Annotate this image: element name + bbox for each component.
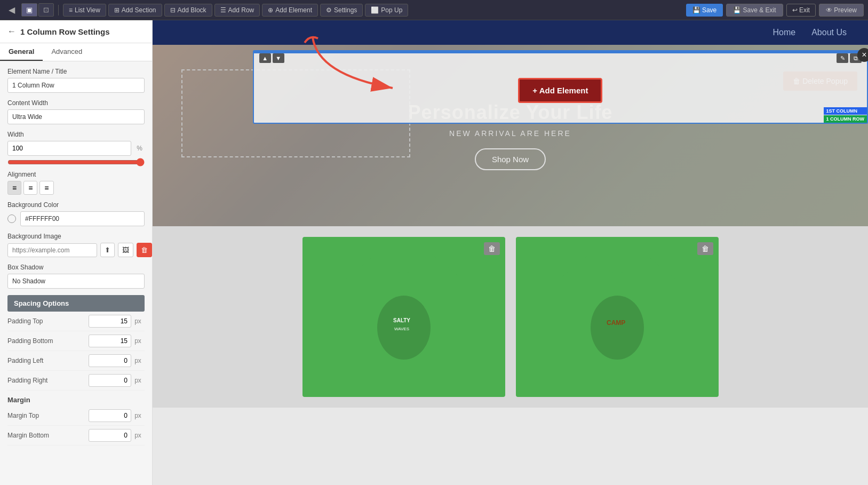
popup-move-controls: ▲ ▼ [259,53,284,63]
sidebar: ← 1 Column Row Settings General Advanced… [0,20,153,485]
add-section-icon: ⊞ [114,6,120,14]
popup-edit-button[interactable]: ✎ [837,53,848,63]
align-center-button[interactable]: ≡ [23,181,37,195]
align-left-button[interactable]: ≡ [7,181,21,195]
width-row: % [7,141,145,156]
padding-left-unit: px [131,357,145,364]
move-down-button[interactable]: ▼ [273,53,284,63]
svg-text:CAMP: CAMP [607,319,625,327]
product-1-delete-button[interactable]: 🗑 [484,242,500,255]
tab-general[interactable]: General [0,43,43,61]
list-view-button[interactable]: ≡ List View [63,4,106,17]
product-card-2: 🗑 CAMP [516,237,719,397]
preview-button[interactable]: 👁 Preview [819,4,864,17]
alignment-buttons: ≡ ≡ ≡ [7,181,145,195]
desktop-icon[interactable]: ▣ [21,3,37,17]
product-2-delete-button[interactable]: 🗑 [697,242,713,255]
width-slider[interactable] [7,158,145,166]
settings-button[interactable]: ⚙ Settings [320,4,363,17]
sidebar-back-button[interactable]: ← [7,27,16,36]
page-nav: Home About Us [153,20,868,45]
color-field-row [7,211,145,226]
svg-text:SALTY: SALTY [393,317,410,323]
shop-now-button[interactable]: Shop Now [475,148,546,170]
add-row-icon: ☰ [220,6,226,14]
padding-top-unit: px [131,317,145,325]
content-width-label: Content Width [7,99,145,107]
popup-button[interactable]: ⬜ Pop Up [365,4,408,17]
align-right-button[interactable]: ≡ [39,181,53,195]
product-card-1: 🗑 SALTY WAVES [302,237,505,397]
product-2-tshirt: CAMP [548,242,687,392]
margin-top-input[interactable] [89,409,131,422]
padding-bottom-input[interactable] [89,335,131,347]
preview-icon: 👁 [826,6,832,14]
element-name-label: Element Name / Title [7,68,145,75]
padding-top-input[interactable] [89,315,131,328]
bg-color-label: Background Color [7,201,145,209]
add-section-button[interactable]: ⊞ Add Section [108,4,162,17]
add-element-icon: ⊕ [268,6,273,14]
margin-top-label: Margin Top [7,412,89,419]
padding-left-input[interactable] [89,354,131,367]
product-1-tshirt: SALTY WAVES [335,242,473,392]
margin-bottom-input[interactable] [89,429,131,442]
add-block-button[interactable]: ⊟ Add Block [164,4,212,17]
svg-text:WAVES: WAVES [394,327,409,331]
nav-home[interactable]: Home [773,28,796,37]
products-section: 🗑 SALTY WAVES [153,226,868,408]
element-name-input[interactable] [7,78,145,93]
save-button[interactable]: 💾 Save [686,4,723,17]
bg-image-input[interactable] [7,243,97,257]
padding-bottom-row: Padding Bottom px [7,331,145,351]
padding-bottom-label: Padding Bottom [7,337,89,345]
box-shadow-select[interactable]: No Shadow [7,274,145,289]
bg-image-upload-button[interactable]: ⬆ [100,243,115,257]
nav-about[interactable]: About Us [811,28,847,37]
margin-bottom-row: Margin Bottom px [7,426,145,446]
popup-icon: ⬜ [371,6,379,14]
padding-left-label: Padding Left [7,357,89,364]
margin-top-row: Margin Top px [7,406,145,426]
color-circle[interactable] [7,214,16,223]
width-input[interactable] [7,141,131,156]
page-content: Home About Us Personalize Your Life NEW … [153,20,868,408]
padding-right-input[interactable] [89,374,131,387]
add-row-button[interactable]: ☰ Add Row [214,4,260,17]
bg-image-gallery-button[interactable]: 🖼 [118,243,133,257]
exit-button[interactable]: ↩ Exit [786,4,816,17]
sidebar-tabs: General Advanced [0,43,152,61]
padding-bottom-unit: px [131,337,145,345]
padding-top-row: Padding Top px [7,312,145,331]
settings-icon: ⚙ [326,6,332,14]
width-field: Width % [7,131,145,169]
save-exit-button[interactable]: 💾 Save & Exit [726,4,783,17]
bg-image-delete-button[interactable]: 🗑 [137,243,152,257]
spacing-options-header: Spacing Options [7,295,145,312]
back-button[interactable]: ◀ [4,3,19,17]
alignment-label: Alignment [7,171,145,178]
padding-top-label: Padding Top [7,317,89,325]
sidebar-general-section: Element Name / Title Content Width Ultra… [0,61,152,452]
bg-image-row: ⬆ 🖼 🗑 [7,243,145,257]
popup-close-button[interactable]: × [857,48,868,62]
margin-bottom-label: Margin Bottom [7,432,89,439]
margin-label: Margin [7,391,145,406]
padding-left-row: Padding Left px [7,351,145,371]
column-tag-1st: 1ST COLUMN [824,107,867,115]
exit-icon: ↩ [792,6,798,14]
popup-box: ▲ ▼ ✎ ⧉ 1ST COLUMN 1 COLUMN ROW [253,50,868,124]
toolbar-separator [58,5,59,15]
content-width-select[interactable]: Ultra Wide [7,109,145,124]
move-up-button[interactable]: ▲ [259,53,271,63]
add-element-popup-button[interactable]: + Add Element [518,78,602,103]
canvas: Home About Us Personalize Your Life NEW … [153,20,868,485]
tab-advanced[interactable]: Advanced [43,43,91,61]
padding-right-row: Padding Right px [7,371,145,391]
bg-color-input[interactable] [20,211,145,226]
bg-color-field: Background Color [7,201,145,226]
alignment-field: Alignment ≡ ≡ ≡ [7,171,145,195]
tablet-icon[interactable]: ⊡ [38,3,54,17]
toolbar-right: 💾 Save 💾 Save & Exit ↩ Exit 👁 Preview [686,4,864,17]
add-element-button[interactable]: ⊕ Add Element [262,4,318,17]
